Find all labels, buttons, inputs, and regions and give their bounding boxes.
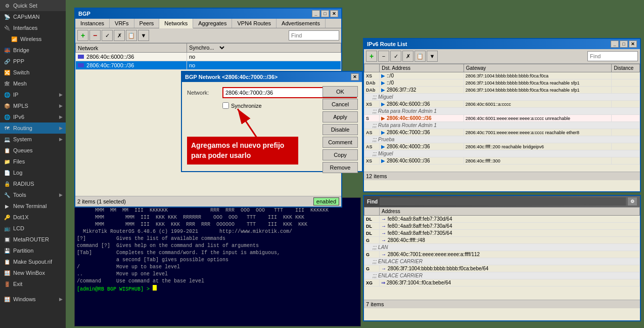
list-item[interactable]: DL → fe80::4aa9:8aff:feb7:7305/64 (364, 230, 640, 237)
sidebar-item-metarouter[interactable]: 🔲 MetaROUTER (0, 234, 66, 245)
ipv6-find-input[interactable] (587, 51, 638, 61)
table-row[interactable]: XS ▶ 2806:40c:6000::/36 2806:40c:6001::a… (364, 101, 640, 108)
tab-advertisements[interactable]: Advertisements (277, 19, 326, 28)
mpls-icon: 📦 (3, 102, 11, 110)
ipv6-add-btn[interactable]: + (366, 51, 377, 62)
sidebar-item-ppp[interactable]: 🔗 PPP (0, 56, 66, 67)
table-row[interactable]: ;;; Prueba (364, 136, 640, 143)
bgp-minimize-btn[interactable]: _ (312, 10, 320, 17)
dialog-apply-btn[interactable]: Apply (323, 111, 358, 122)
table-row[interactable]: ;;; Miguel (364, 94, 640, 101)
bgp-remove-btn[interactable]: − (89, 30, 101, 41)
table-row[interactable]: ;;; Miguel (364, 150, 640, 157)
ipv6-check-btn[interactable]: ✓ (390, 51, 401, 62)
sidebar-item-queues[interactable]: 📋 Queues (0, 145, 66, 156)
list-item[interactable]: ;;; ENLACE CARRIER (364, 258, 640, 265)
table-row[interactable]: AS ▶ 2806:40c:7000::/36 2806:40c:7001:ee… (364, 129, 640, 136)
tab-vrfs[interactable]: VRFs (110, 19, 134, 28)
tab-peers[interactable]: Peers (134, 19, 160, 28)
tab-networks[interactable]: Networks (159, 19, 193, 28)
sidebar-item-ipv6[interactable]: 🌐 IPv6 ▶ (0, 111, 66, 122)
dialog-close-btn[interactable]: ✕ (351, 73, 359, 80)
tab-vpn4routes[interactable]: VPN4 Routes (232, 19, 277, 28)
list-item[interactable]: ;;; ENLACE CARRIER (364, 272, 640, 279)
bgp-add-btn[interactable]: + (77, 30, 88, 41)
sidebar-item-log[interactable]: 📄 Log (0, 167, 66, 178)
table-row[interactable]: DAb ▶ 2806:3f7::/32 2806:3f7:1004:bbbb:b… (364, 87, 640, 94)
tab-aggregates[interactable]: Aggregates (193, 19, 232, 28)
sidebar-item-new-winbox[interactable]: 🪟 New WinBox (0, 267, 66, 278)
distance-cell (612, 101, 640, 108)
tab-instances[interactable]: Instances (75, 19, 110, 28)
sidebar-item-lcd[interactable]: 📺 LCD (0, 223, 66, 234)
table-row[interactable]: 2806:40c:7000::/36 no (76, 61, 341, 70)
sidebar-item-dot1x[interactable]: 🔑 Dot1X (0, 212, 66, 223)
bgp-title: BGP (78, 11, 90, 17)
ipv6-maximize-btn[interactable]: □ (620, 40, 628, 48)
bgp-check-btn[interactable]: ✓ (102, 30, 113, 41)
mesh-icon: 🕸 (3, 79, 11, 88)
list-item[interactable]: DL → fe80::4aa9:8aff:feb7:730d/64 (364, 216, 640, 223)
bgp-x-btn[interactable]: ✗ (114, 30, 125, 41)
sidebar: ⚙ Quick Set 📡 CAPsMAN 🔌 Interfaces 📶 Wir… (0, 0, 66, 328)
ipv6-x-btn[interactable]: ✗ (402, 51, 413, 62)
list-item[interactable]: ;;; LAN (364, 244, 640, 251)
sidebar-item-wireless[interactable]: 📶 Wireless (0, 33, 66, 45)
dialog-copy-btn[interactable]: Copy (323, 149, 358, 160)
bgp-copy-btn[interactable]: 📋 (126, 30, 137, 41)
sidebar-item-ip[interactable]: 🌐 IP ▶ (0, 89, 66, 100)
sidebar-item-files[interactable]: 📁 Files (0, 156, 66, 167)
sidebar-item-capsman[interactable]: 📡 CAPsMAN (0, 11, 66, 22)
bgp-maximize-btn[interactable]: □ (321, 10, 329, 17)
sidebar-item-partition[interactable]: 💾 Partition (0, 245, 66, 256)
sidebar-item-system[interactable]: 💻 System ▶ (0, 134, 66, 145)
sidebar-item-supout[interactable]: 📋 Make Supout.rif (0, 256, 66, 267)
dialog-remove-btn[interactable]: Remove (323, 162, 358, 173)
ipv6-remove-btn[interactable]: − (378, 51, 389, 62)
bgp-close-btn[interactable]: ✕ (330, 10, 338, 17)
table-row[interactable]: 2806:40c:6000::/36 no (76, 53, 341, 61)
table-row[interactable]: XS ▶ ::/0 2806:3f7:1004:bbbb:bbbb:bbbb:f… (364, 72, 640, 79)
table-row[interactable]: AS ▶ 2806:40c:4000::/36 2806:40c:ffff::2… (364, 143, 640, 150)
sidebar-item-mesh[interactable]: 🕸 Mesh (0, 78, 66, 89)
bgp-sync-select[interactable] (216, 45, 226, 51)
bgp-find-input[interactable] (289, 30, 339, 40)
list-item[interactable]: XG ⇒ 2806:3f7:1004::f0ca:bebe/64 (364, 279, 640, 286)
list-item[interactable]: DL → fe80::4aa9:8aff:feb7:730a/64 (364, 223, 640, 230)
table-row[interactable]: XS ▶ 2806:40c:6000::/36 2806:40c:ffff::3… (364, 157, 640, 165)
sidebar-item-quickset[interactable]: ⚙ Quick Set (0, 0, 66, 11)
ipv6-close-btn[interactable]: ✕ (629, 40, 637, 48)
list-item[interactable]: G → 2806:40c:ffff::/48 (364, 237, 640, 244)
sidebar-item-interfaces[interactable]: 🔌 Interfaces (0, 22, 66, 33)
table-row[interactable]: S ▶ 2806:40c:6000::/36 2806:40c:6001:eee… (364, 115, 640, 122)
ipv6-filter-btn[interactable]: ▼ (427, 51, 438, 62)
sidebar-item-radius[interactable]: 🔒 RADIUS (0, 178, 66, 189)
terminal-window[interactable]: MMM MMMM MMM III KKK KKK RRRRRR OOOOOO T… (74, 197, 361, 326)
dialog-ok-btn[interactable]: OK (323, 86, 358, 97)
dialog-disable-btn[interactable]: Disable (323, 124, 358, 135)
addr-find-input[interactable] (380, 197, 626, 206)
badge-cell: S (364, 115, 380, 122)
table-row[interactable]: ;;; Ruta para Router Admin 1 (364, 108, 640, 115)
list-item[interactable]: G → 2806:3f7:1004:bbbb:bbbb:bbbb:f0ca:be… (364, 265, 640, 272)
synchronize-checkbox[interactable] (222, 102, 229, 109)
bgp-filter-btn[interactable]: ▼ (138, 30, 149, 41)
ipv6-copy-btn[interactable]: 📋 (415, 51, 426, 62)
dialog-cancel-btn[interactable]: Cancel (323, 99, 358, 110)
sidebar-item-windows[interactable]: 🪟 Windows ▶ (0, 294, 66, 305)
sidebar-item-mpls[interactable]: 📦 MPLS ▶ (0, 100, 66, 111)
ipv6-minimize-btn[interactable]: _ (611, 40, 619, 48)
sidebar-item-tools[interactable]: 🔧 Tools ▶ (0, 189, 66, 200)
sidebar-item-new-terminal[interactable]: ▶ New Terminal (0, 200, 66, 212)
table-row[interactable]: ;;; Ruta para Router Admin 1 (364, 122, 640, 129)
sidebar-item-bridge[interactable]: 🌉 Bridge (0, 45, 66, 56)
sidebar-item-routing[interactable]: 🗺 Routing ▶ (0, 122, 66, 134)
sidebar-item-exit[interactable]: 🚪 Exit (0, 278, 66, 290)
dialog-comment-btn[interactable]: Comment (323, 137, 358, 148)
sidebar-label-ip: IP (13, 92, 18, 98)
list-item[interactable]: G → 2806:40c:7001:eeee:eeee:eeee:a:ffff/… (364, 251, 640, 258)
sidebar-label-exit: Exit (13, 281, 22, 287)
sidebar-item-switch[interactable]: 🔀 Switch (0, 67, 66, 78)
table-row[interactable]: DAb ▶ ::/0 2806:3f7:1004:bbbb:bbbb:bbbb:… (364, 79, 640, 87)
addr-options-btn[interactable]: ⚙ (628, 197, 637, 206)
